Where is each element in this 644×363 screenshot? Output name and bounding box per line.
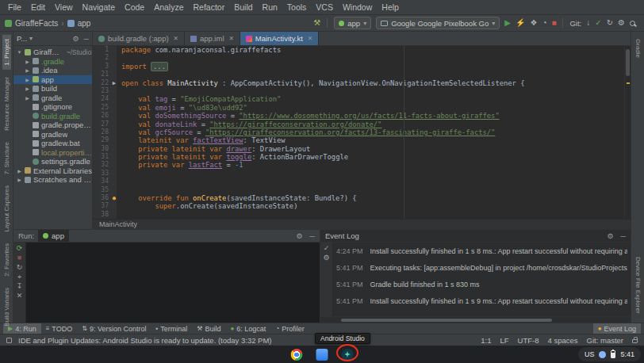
git-revert-icon[interactable]: ↻ <box>607 19 613 27</box>
project-tree-item-build-gradle[interactable]: build.gradle <box>13 112 92 121</box>
tool-stripe-7-structure[interactable]: 7: Structure <box>2 138 11 178</box>
read-only-lock-icon[interactable] <box>632 339 638 343</box>
settings-gear-icon[interactable]: ⚙ <box>618 19 625 27</box>
run-settings-gear-icon[interactable]: ⚙ <box>297 232 303 240</box>
stop-icon[interactable]: ■ <box>17 254 21 262</box>
scroll-to-end-icon[interactable]: ↧ <box>17 283 23 290</box>
project-tree-item-settings-gradle[interactable]: settings.gradle <box>13 157 92 166</box>
code-area[interactable]: 1package com.naranjaconsal.giraffefacts2… <box>93 46 624 219</box>
tool-stripe-1-project[interactable]: 1: Project <box>2 35 11 70</box>
toolwindow-button-profiler[interactable]: ◔Profiler <box>270 323 309 334</box>
menu-item-file[interactable]: File <box>3 0 26 14</box>
run-button[interactable]: ▶ <box>504 19 511 27</box>
toolwindow-button-6-logcat[interactable]: ●6: Logcat <box>226 323 271 334</box>
menu-item-navigate[interactable]: Navigate <box>78 0 120 14</box>
editor-tab-app-iml[interactable]: app.iml✕ <box>185 32 240 45</box>
close-tab-icon[interactable]: ✕ <box>308 35 312 42</box>
build-hammer-icon[interactable]: ⚒ <box>313 19 320 27</box>
toolwindow-button-todo[interactable]: ≡TODO <box>41 323 78 334</box>
status-utf-8[interactable]: UTF-8 <box>518 336 539 345</box>
project-tree-item-build[interactable]: ▶build <box>13 84 92 94</box>
menu-item-view[interactable]: View <box>50 0 78 14</box>
project-tree-item-local-properties[interactable]: local.properties <box>13 148 92 158</box>
tool-stripe-resource-manager[interactable]: Resource Manager <box>2 73 11 135</box>
tool-stripe-gradle[interactable]: Gradle <box>634 35 642 62</box>
project-tree-item-scratches-and-co[interactable]: ▶Scratches and Co <box>13 175 92 185</box>
code-editor[interactable]: 1package com.naranjaconsal.giraffefacts2… <box>93 46 631 219</box>
rerun-icon[interactable]: ⟳ <box>17 245 23 252</box>
project-hide-icon[interactable]: ─ <box>84 35 89 43</box>
menu-item-help[interactable]: Help <box>377 0 404 14</box>
project-settings-gear-icon[interactable]: ⚙ <box>73 35 79 43</box>
menu-item-tools[interactable]: Tools <box>282 0 312 14</box>
mark-read-icon[interactable]: ✓ <box>324 245 330 252</box>
pin-icon[interactable]: ⌖ <box>17 273 21 281</box>
menu-item-build[interactable]: Build <box>229 0 257 14</box>
toolwindow-button-build[interactable]: ⚒Build <box>192 323 225 334</box>
event-log-entry[interactable]: 4:24 PMInstall successfully finished in … <box>336 245 627 262</box>
tool-stripe-device-file-explorer[interactable]: Device File Explorer <box>634 253 642 318</box>
editor-tab-build-gradle-app[interactable]: build.gradle (:app)✕ <box>93 32 185 45</box>
override-gutter-icon[interactable]: ● <box>113 194 116 202</box>
breadcrumb-module[interactable]: app <box>78 19 91 28</box>
git-commit-icon[interactable]: ✓ <box>595 19 601 27</box>
device-selector[interactable]: Google Google Pixelbook Go ▾ <box>376 17 500 29</box>
tool-stripe-2-favorites[interactable]: 2: Favorites <box>2 239 11 281</box>
menu-item-window[interactable]: Window <box>338 0 377 14</box>
menu-item-code[interactable]: Code <box>120 0 149 14</box>
editor-scrollbar[interactable] <box>624 46 631 219</box>
editor-breadcrumb-item[interactable]: MainActivity <box>99 220 137 228</box>
event-log-entry[interactable]: 5:41 PMExecuting tasks: [app:assembleDeb… <box>336 262 627 278</box>
tool-stripe-layout-captures[interactable]: Layout Captures <box>2 182 11 236</box>
tool-stripe-build-variants[interactable]: Build Variants <box>2 284 11 331</box>
toolwindow-button-9-version-control[interactable]: ⇅9: Version Control <box>77 323 151 334</box>
close-tab-icon[interactable]: ✕ <box>229 35 234 42</box>
project-tree-item-app[interactable]: ▶app <box>13 75 92 85</box>
project-tree-item-idea[interactable]: ▶.idea <box>13 66 92 75</box>
event-log-entry[interactable]: 5:41 PMGradle build finished in 1 s 830 … <box>336 278 627 295</box>
menu-item-refactor[interactable]: Refactor <box>189 0 230 14</box>
files-app-icon[interactable] <box>316 349 328 361</box>
project-tree-item-external-libraries[interactable]: ▶External Libraries <box>13 166 92 176</box>
project-tree-item-gradle[interactable]: ▶.gradle <box>13 57 92 67</box>
toolwindow-toggle-icon[interactable] <box>6 338 12 343</box>
clear-console-icon[interactable]: ✕ <box>17 292 23 300</box>
event-settings-icon[interactable]: ⚙ <box>323 254 329 262</box>
run-console[interactable] <box>26 243 320 323</box>
menu-item-analyze[interactable]: Analyze <box>149 0 188 14</box>
scrollbar-thumb[interactable] <box>626 49 630 76</box>
debug-button[interactable]: ❖ <box>530 19 537 27</box>
project-tree-item-gradle[interactable]: ▶gradle <box>13 94 92 103</box>
run-minimize-icon[interactable]: ─ <box>310 232 315 240</box>
menu-item-run[interactable]: Run <box>258 0 282 14</box>
restart-activity-icon[interactable]: ↻ <box>17 264 23 271</box>
breadcrumb-project[interactable]: GiraffeFacts <box>15 19 58 28</box>
run-config-selector[interactable]: app ▾ <box>334 17 371 29</box>
toolwindow-button-event-log[interactable]: ●Event Log <box>593 323 641 334</box>
stop-button[interactable]: ■ <box>551 19 556 27</box>
status-message[interactable]: IDE and Plugin Updates: Android Studio i… <box>18 336 272 345</box>
project-tree-item-gradlew[interactable]: gradlew <box>13 130 92 139</box>
status-git-master[interactable]: Git: master <box>587 336 623 345</box>
status-1-1[interactable]: 1:1 <box>481 336 491 345</box>
close-tab-icon[interactable]: ✕ <box>174 35 178 42</box>
chrome-icon[interactable] <box>291 349 303 361</box>
profile-button[interactable]: ◔ <box>542 19 546 27</box>
search-icon[interactable] <box>630 21 635 26</box>
project-tree-item-giraffefacts[interactable]: ▼GiraffeFacts~/StudioProj <box>13 48 92 57</box>
event-log-minimize-icon[interactable]: ─ <box>621 232 626 240</box>
event-log-entry[interactable]: 5:41 PMInstall successfully finished in … <box>336 295 627 311</box>
status-lf[interactable]: LF <box>500 336 509 345</box>
apply-changes-button[interactable]: ⚡ <box>516 19 525 27</box>
event-log-hscrollbar[interactable] <box>320 316 631 323</box>
system-tray[interactable]: US 5:41 <box>578 347 641 361</box>
project-tree-item-gradlew-bat[interactable]: gradlew.bat <box>13 139 92 148</box>
project-tree-item-gradle-properties[interactable]: gradle.properties <box>13 120 92 130</box>
project-panel-title[interactable]: P... <box>17 34 27 43</box>
run-tab-app[interactable]: app <box>38 230 69 242</box>
toolwindow-button-terminal[interactable]: ▪Terminal <box>151 323 192 334</box>
event-log-settings-icon[interactable]: ⚙ <box>608 232 614 240</box>
menu-item-vcs[interactable]: VCS <box>311 0 338 14</box>
editor-tab-mainactivity-kt[interactable]: MainActivity.kt✕ <box>240 32 319 45</box>
menu-item-edit[interactable]: Edit <box>26 0 50 14</box>
